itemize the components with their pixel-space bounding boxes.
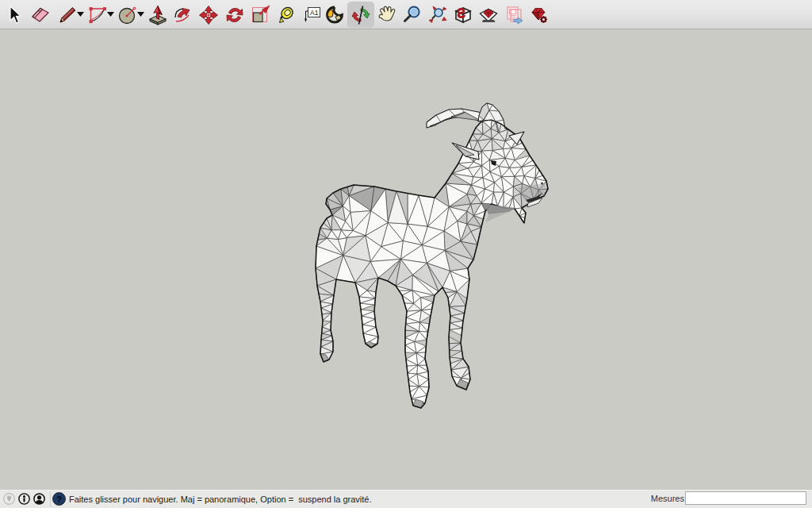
svg-text:?: ? xyxy=(56,495,62,504)
svg-text:A1: A1 xyxy=(310,9,319,17)
